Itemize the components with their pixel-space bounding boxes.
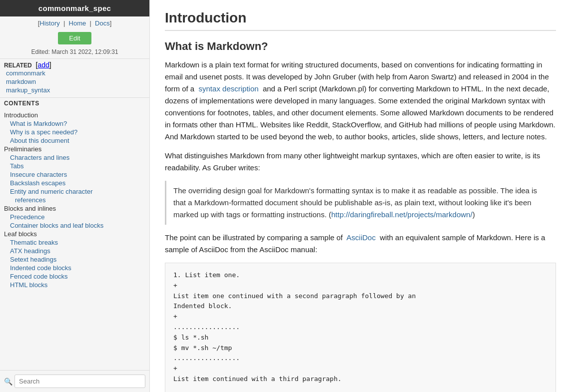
contents-section: CONTENTS xyxy=(0,97,149,111)
paragraph-2: What distinguishes Markdown from many ot… xyxy=(165,150,556,174)
toc-item-entity-and-numeric-character[interactable]: Entity and numeric character xyxy=(4,187,145,196)
toc-item-atx-headings[interactable]: ATX headings xyxy=(4,247,145,255)
history-link[interactable]: History xyxy=(39,19,59,27)
syntax-description-link[interactable]: syntax description xyxy=(199,84,259,93)
toc-item-precedence[interactable]: Precedence xyxy=(4,213,145,221)
sidebar-title: commonmark_spec xyxy=(0,0,149,16)
section-what-is-markdown: What is Markdown? xyxy=(165,40,556,53)
toc-item-insecure-characters[interactable]: Insecure characters xyxy=(4,170,145,179)
toc-item-container-blocks-and-leaf-blocks[interactable]: Container blocks and leaf blocks xyxy=(4,221,145,230)
docs-link[interactable]: Docs xyxy=(95,19,110,27)
main-content: Introduction What is Markdown? Markdown … xyxy=(150,0,571,392)
related-label: RELATED xyxy=(4,62,32,69)
related-link-commonmark[interactable]: commonmark xyxy=(4,69,145,77)
page-title: Introduction xyxy=(165,10,556,31)
asciidoc-link[interactable]: AsciiDoc xyxy=(347,233,376,242)
home-link[interactable]: Home xyxy=(69,19,86,27)
table-of-contents: IntroductionWhat is Markdown?Why is a sp… xyxy=(0,111,149,370)
edit-button-wrap: Edit xyxy=(0,30,149,46)
edited-info: Edited: March 31 2022, 12:09:31 xyxy=(0,46,149,58)
toc-item-setext-headings[interactable]: Setext headings xyxy=(4,255,145,264)
search-bar: 🔍 xyxy=(0,370,149,392)
related-add-link[interactable]: add xyxy=(37,61,49,69)
toc-item-thematic-breaks[interactable]: Thematic breaks xyxy=(4,238,145,247)
toc-item-html-blocks[interactable]: HTML blocks xyxy=(4,281,145,289)
toc-item-backslash-escapes[interactable]: Backslash escapes xyxy=(4,179,145,187)
related-link-markup_syntax[interactable]: markup_syntax xyxy=(4,86,145,94)
toc-item-tabs[interactable]: Tabs xyxy=(4,162,145,170)
toc-item-introduction: Introduction xyxy=(4,111,145,119)
para3a-text: The point can be illustrated by comparin… xyxy=(165,233,343,242)
code-block: 1. List item one. + List item one contin… xyxy=(165,263,556,392)
contents-label: CONTENTS xyxy=(4,100,145,109)
toc-item-characters-and-lines[interactable]: Characters and lines xyxy=(4,153,145,162)
sidebar: commonmark_spec [History | Home | Docs] … xyxy=(0,0,150,392)
toc-item-blocks-and-inlines: Blocks and inlines xyxy=(4,204,145,213)
blockquote-link[interactable]: http://daringfireball.net/projects/markd… xyxy=(331,210,473,219)
blockquote-text: The overriding design goal for Markdown'… xyxy=(173,185,549,221)
toc-item-indented-code-blocks[interactable]: Indented code blocks xyxy=(4,264,145,272)
sidebar-nav: [History | Home | Docs] xyxy=(0,16,149,30)
search-input[interactable] xyxy=(14,375,145,388)
toc-item-about-this-document[interactable]: About this document xyxy=(4,136,145,145)
toc-item-leaf-blocks: Leaf blocks xyxy=(4,230,145,238)
paragraph-3: The point can be illustrated by comparin… xyxy=(165,232,556,256)
toc-item-what-is-markdown?[interactable]: What is Markdown? xyxy=(4,119,145,128)
search-icon: 🔍 xyxy=(4,378,12,386)
related-link-markdown[interactable]: markdown xyxy=(4,77,145,86)
toc-item-why-is-a-spec-needed?[interactable]: Why is a spec needed? xyxy=(4,128,145,136)
blockquote: The overriding design goal for Markdown'… xyxy=(165,181,556,225)
toc-item-references[interactable]: references xyxy=(4,196,145,204)
paragraph-1: Markdown is a plain text format for writ… xyxy=(165,59,556,143)
toc-item-preliminaries: Preliminaries xyxy=(4,145,145,153)
edit-button[interactable]: Edit xyxy=(58,32,91,44)
related-links: commonmarkmarkdownmarkup_syntax xyxy=(4,69,145,94)
toc-item-fenced-code-blocks[interactable]: Fenced code blocks xyxy=(4,272,145,281)
related-section: RELATED [add] commonmarkmarkdownmarkup_s… xyxy=(0,58,149,97)
